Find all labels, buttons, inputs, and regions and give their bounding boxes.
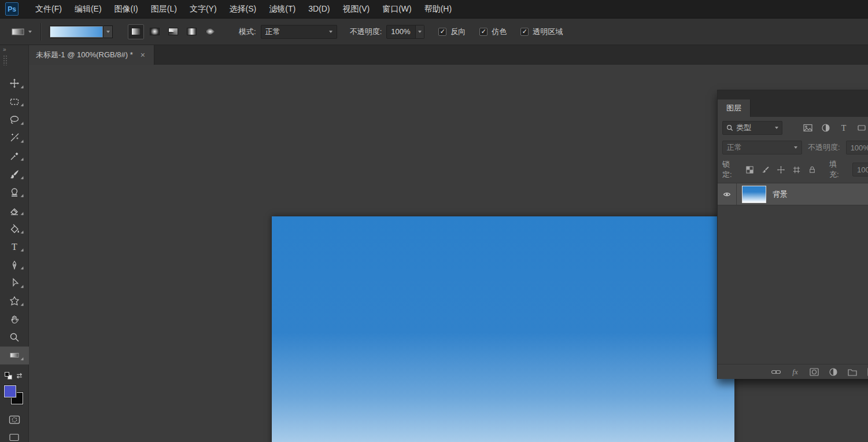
menu-edit[interactable]: 编辑(E)	[68, 0, 108, 18]
path-selection-tool[interactable]	[0, 274, 29, 292]
move-tool[interactable]	[0, 75, 29, 93]
lock-artboard-icon[interactable]	[792, 165, 801, 174]
fill-value-select[interactable]: 100%	[852, 163, 868, 176]
layer-effects-button[interactable]: fx	[790, 367, 800, 377]
chevron-down-icon	[418, 31, 422, 33]
filter-pixel-layers-button[interactable]	[801, 121, 814, 134]
opacity-select[interactable]: 100%	[386, 25, 424, 39]
move-icon	[9, 78, 20, 89]
link-layers-button[interactable]	[771, 367, 781, 377]
folder-icon	[847, 367, 858, 377]
close-tab-button[interactable]: ×	[139, 50, 147, 60]
foreground-color-swatch[interactable]	[4, 385, 16, 397]
svg-text:T: T	[841, 124, 847, 132]
eraser-tool[interactable]	[0, 201, 29, 219]
collapse-panel-button[interactable]: »	[0, 45, 28, 54]
menu-window[interactable]: 窗口(W)	[376, 0, 418, 18]
swap-colors-icon[interactable]	[15, 371, 24, 380]
chevron-down-icon	[106, 31, 110, 33]
checkbox-icon	[438, 28, 446, 36]
reflected-gradient-button[interactable]	[183, 24, 200, 39]
filter-adjustment-layers-button[interactable]	[819, 121, 832, 134]
linear-gradient-button[interactable]	[128, 24, 144, 39]
document-tab[interactable]: 未标题-1 @ 100%(RGB/8#) * ×	[29, 45, 154, 65]
gradient-tool-icon	[10, 26, 25, 38]
diamond-gradient-button[interactable]	[202, 24, 218, 39]
tools-panel: »	[0, 45, 29, 442]
lock-transparency-icon[interactable]	[745, 165, 754, 174]
angle-gradient-icon	[168, 28, 178, 35]
document-canvas[interactable]	[272, 216, 734, 442]
filter-shape-layers-button[interactable]	[855, 121, 868, 134]
eyedropper-tool[interactable]	[0, 147, 29, 165]
panel-grip	[3, 55, 8, 65]
opacity-caret-button[interactable]	[415, 25, 424, 38]
lock-position-icon[interactable]	[777, 165, 785, 174]
filter-type-layers-button[interactable]: T	[837, 121, 850, 134]
gradient-icon	[9, 350, 20, 360]
rectangular-marquee-tool[interactable]	[0, 93, 29, 110]
lock-all-icon[interactable]	[808, 165, 817, 174]
menu-layer[interactable]: 图层(L)	[145, 0, 183, 18]
default-foreground-chip	[5, 372, 9, 377]
paint-bucket-icon	[9, 223, 20, 234]
chevron-down-icon	[775, 127, 778, 129]
eraser-icon	[9, 205, 20, 216]
new-group-button[interactable]	[847, 367, 858, 377]
color-mini-controls	[0, 370, 29, 382]
reverse-checkbox[interactable]: 反向	[438, 27, 466, 37]
type-tool[interactable]: T	[0, 238, 29, 256]
menu-3d[interactable]: 3D(D)	[302, 0, 336, 18]
custom-shape-tool[interactable]	[0, 292, 29, 310]
link-icon	[771, 367, 781, 377]
default-colors-icon[interactable]	[5, 372, 12, 380]
hand-tool[interactable]	[0, 310, 29, 328]
adjustment-circle-icon	[828, 367, 839, 377]
layer-blend-mode-select[interactable]: 正常	[722, 141, 802, 154]
menu-type[interactable]: 文字(Y)	[183, 0, 223, 18]
reverse-label: 反向	[450, 27, 466, 37]
lasso-tool[interactable]	[0, 110, 29, 128]
menu-file[interactable]: 文件(F)	[29, 0, 68, 18]
blend-mode-select[interactable]: 正常	[261, 25, 337, 39]
chevron-down-icon	[794, 146, 797, 149]
brush-icon	[9, 169, 20, 179]
angle-gradient-button[interactable]	[165, 24, 181, 39]
quick-selection-tool[interactable]	[0, 129, 29, 147]
fill-label: 填充:	[829, 159, 845, 180]
lock-pixels-icon[interactable]	[761, 165, 770, 174]
lock-row: 锁定: 填充: 100%	[718, 156, 868, 183]
menu-help[interactable]: 帮助(H)	[418, 0, 458, 18]
adjustment-layer-button[interactable]	[828, 367, 839, 377]
menu-select[interactable]: 选择(S)	[223, 0, 263, 18]
transparency-checkbox[interactable]: 透明区域	[520, 27, 563, 37]
gradient-tool[interactable]	[0, 347, 29, 364]
photoshop-logo[interactable]: Ps	[5, 2, 19, 16]
add-layer-mask-button[interactable]	[809, 367, 819, 377]
layer-row[interactable]: 背景	[718, 183, 868, 205]
tab-layers[interactable]: 图层	[718, 100, 751, 117]
layer-filter-type-select[interactable]: 类型	[722, 121, 782, 135]
tool-preset-picker[interactable]	[5, 22, 37, 42]
chevron-down-icon	[329, 31, 333, 33]
menu-view[interactable]: 视图(V)	[336, 0, 376, 18]
clone-stamp-tool[interactable]	[0, 183, 29, 201]
radial-gradient-button[interactable]	[146, 24, 162, 39]
lock-label: 锁定:	[722, 159, 738, 180]
quick-mask-icon[interactable]	[9, 415, 20, 425]
menu-filter[interactable]: 滤镜(T)	[263, 0, 302, 18]
type-icon: T	[9, 241, 20, 252]
zoom-tool[interactable]	[0, 328, 29, 346]
brush-tool[interactable]	[0, 165, 29, 183]
pen-tool[interactable]	[0, 256, 29, 274]
gradient-picker-button[interactable]	[104, 25, 113, 38]
menu-image[interactable]: 图像(I)	[108, 0, 145, 18]
layer-visibility-toggle[interactable]	[718, 183, 737, 205]
mode-label: 模式:	[239, 27, 256, 37]
dither-checkbox[interactable]: 仿色	[479, 27, 507, 37]
gradient-editor-swatch[interactable]	[49, 25, 104, 38]
layer-thumbnail[interactable]	[742, 186, 766, 203]
paint-bucket-tool[interactable]	[0, 219, 29, 237]
layer-opacity-select[interactable]: 100%	[846, 141, 868, 154]
screen-mode-icon[interactable]	[9, 433, 20, 442]
